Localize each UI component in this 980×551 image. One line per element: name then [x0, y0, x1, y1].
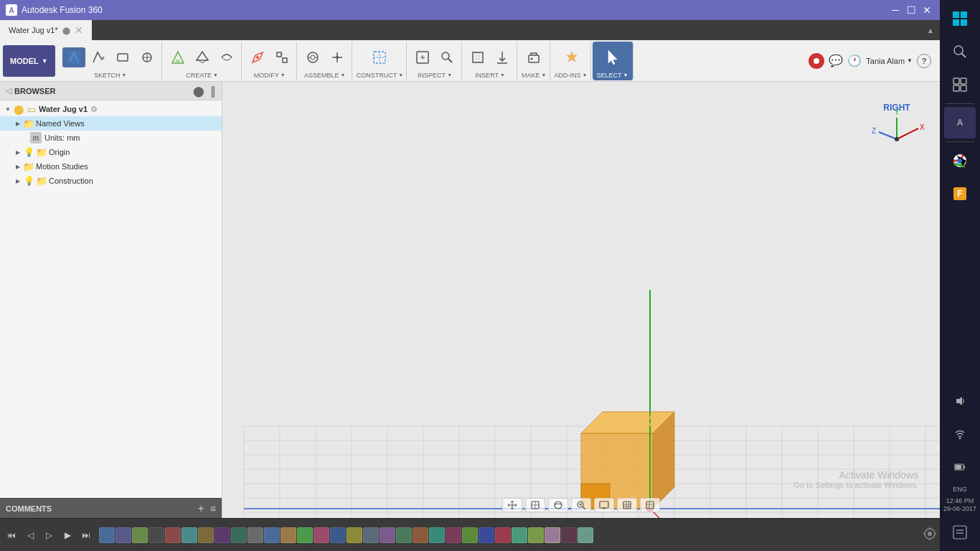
taskbar-speaker-icon[interactable]	[944, 385, 976, 417]
toolbar-btn-create-3[interactable]	[215, 47, 238, 67]
toolbar-group-sketch-label[interactable]: SKETCH ▼	[94, 72, 126, 79]
toolbar-btn-assemble-2[interactable]	[326, 47, 349, 67]
origin-expand-arrow[interactable]: ▶	[13, 147, 23, 157]
construction-visibility-icon[interactable]: 💡	[23, 175, 34, 187]
timeline-settings-button[interactable]	[923, 527, 937, 543]
named-views-expand-arrow[interactable]: ▶	[13, 118, 23, 128]
viewport-orbit-button[interactable]	[548, 498, 568, 512]
comments-menu-button[interactable]: ≡	[210, 503, 216, 514]
viewport-view-button[interactable]	[640, 498, 660, 512]
taskbar-lang[interactable]: ENG	[951, 484, 969, 494]
minimize-button[interactable]: ─	[888, 3, 903, 17]
tab-expand-button[interactable]: ▲	[921, 27, 940, 34]
timeline-icon[interactable]	[281, 527, 296, 543]
construction-expand-arrow[interactable]: ▶	[13, 176, 23, 186]
task-view-button[interactable]	[944, 69, 976, 100]
toolbar-group-create-label[interactable]: CREATE ▼	[186, 72, 218, 79]
toolbar-btn-assemble-1[interactable]	[301, 47, 324, 67]
viewport-display-button[interactable]	[594, 498, 614, 512]
timeline-icon[interactable]	[446, 527, 461, 543]
tree-item-motion-studies[interactable]: ▶ 📁 Motion Studies	[0, 159, 222, 174]
timeline-next-button[interactable]: ▶	[59, 527, 76, 544]
browser-back-arrow[interactable]: ◁	[6, 86, 11, 95]
toolbar-btn-select[interactable]	[601, 47, 624, 67]
toolbar-group-select-label[interactable]: SELECT ▼	[597, 72, 628, 79]
timeline-prev-button[interactable]: ◁	[22, 527, 39, 544]
tree-item-construction[interactable]: ▶ 💡 📁 Construction	[0, 174, 222, 188]
timeline-icon[interactable]	[561, 527, 577, 543]
timeline-icon[interactable]	[297, 527, 313, 543]
toolbar-group-modify-label[interactable]: MODIFY ▼	[254, 72, 286, 79]
user-menu[interactable]: Tania Alam ▼	[866, 57, 913, 65]
timeline-icon[interactable]	[363, 527, 379, 543]
timeline-icon[interactable]	[429, 527, 445, 543]
browser-menu-button[interactable]: ‖	[210, 84, 216, 98]
motion-studies-expand-arrow[interactable]: ▶	[13, 161, 23, 171]
toolbar-btn-create-2[interactable]	[191, 47, 214, 67]
tree-item-origin[interactable]: ▶ 💡 📁 Origin	[0, 145, 222, 159]
toolbar-btn-make-1[interactable]	[522, 47, 545, 67]
toolbar-group-insert-label[interactable]: INSERT ▼	[475, 72, 505, 79]
timeline-icon[interactable]	[528, 527, 544, 543]
toolbar-btn-insert-1[interactable]	[466, 47, 489, 67]
comments-add-button[interactable]: +	[197, 502, 204, 515]
origin-visibility-icon[interactable]: 💡	[23, 146, 34, 158]
chat-button[interactable]: 💬	[829, 54, 843, 67]
root-visibility-icon[interactable]: ⬤	[13, 103, 24, 115]
taskbar-notification-button[interactable]	[944, 517, 976, 548]
windows-start-button[interactable]	[944, 3, 976, 34]
root-settings-icon[interactable]: ⚙	[90, 105, 98, 114]
timeline-icon[interactable]	[264, 527, 280, 543]
cortana-search-button[interactable]	[944, 36, 976, 67]
maximize-button[interactable]: ☐	[904, 3, 918, 17]
viewport-move-button[interactable]	[502, 498, 522, 512]
tree-item-named-views[interactable]: ▶ 📁 Named Views	[0, 116, 222, 131]
timeline-icon[interactable]	[116, 527, 131, 543]
timeline-icon[interactable]	[479, 527, 494, 543]
timeline-icon[interactable]	[396, 527, 412, 543]
timeline-icon[interactable]	[545, 527, 560, 543]
tree-item-root[interactable]: ▼ ⬤ ▭ Water Jug v1 ⚙	[0, 102, 222, 116]
toolbar-btn-create-1[interactable]	[166, 47, 189, 67]
viewport[interactable]: RIGHT X Y Z	[222, 82, 940, 518]
timeline-last-button[interactable]: ⏭	[77, 527, 95, 544]
timeline-icon[interactable]	[330, 527, 346, 543]
toolbar-group-inspect-label[interactable]: INSPECT ▼	[418, 72, 452, 79]
help-button[interactable]: ?	[917, 54, 931, 68]
timeline-first-button[interactable]: ⏮	[3, 527, 20, 544]
timeline-icon[interactable]	[248, 527, 263, 543]
timeline-icon[interactable]	[413, 527, 428, 543]
browser-filter-button[interactable]: ⬤	[193, 85, 204, 97]
toolbar-group-construct-label[interactable]: CONSTRUCT ▼	[357, 72, 403, 79]
toolbar-btn-construct-1[interactable]	[368, 47, 391, 67]
timeline-icon[interactable]	[165, 527, 181, 543]
taskbar-fusion-icon[interactable]: F	[944, 178, 976, 209]
timeline-icon[interactable]	[132, 527, 148, 543]
toolbar-btn-modify-2[interactable]	[270, 47, 293, 67]
close-button[interactable]: ✕	[920, 3, 934, 17]
toolbar-btn-sketch-2[interactable]	[87, 47, 110, 67]
mode-selector[interactable]: MODEL ▼	[3, 45, 55, 77]
toolbar-group-assemble-label[interactable]: ASSEMBLE ▼	[304, 72, 345, 79]
orientation-cube[interactable]: RIGHT X Y Z	[868, 96, 925, 154]
timeline-icon[interactable]	[578, 527, 593, 543]
taskbar-battery-icon[interactable]	[944, 451, 976, 483]
viewport-zoom-button[interactable]	[571, 498, 591, 512]
timeline-icon[interactable]	[495, 527, 511, 543]
taskbar-autodesk-icon[interactable]: A	[944, 107, 976, 138]
timeline-icon[interactable]	[149, 527, 164, 543]
timeline-icon[interactable]	[462, 527, 478, 543]
timeline-play-button[interactable]: ▷	[40, 527, 57, 544]
toolbar-btn-sketch[interactable]	[62, 47, 85, 67]
timeline-icon[interactable]	[512, 527, 527, 543]
toolbar-btn-sketch-4[interactable]	[136, 47, 159, 67]
toolbar-btn-sketch-3[interactable]	[111, 47, 134, 67]
toolbar-group-addins-label[interactable]: ADD-INS ▼	[555, 72, 588, 79]
toolbar-btn-insert-2[interactable]	[491, 47, 514, 67]
timeline-icon[interactable]	[198, 527, 214, 543]
taskbar-wifi-icon[interactable]	[944, 418, 976, 450]
toolbar-btn-inspect-1[interactable]	[411, 47, 434, 67]
timeline-icon[interactable]	[347, 527, 362, 543]
timeline-icon[interactable]	[99, 527, 115, 543]
viewport-grid-button[interactable]	[617, 498, 637, 512]
